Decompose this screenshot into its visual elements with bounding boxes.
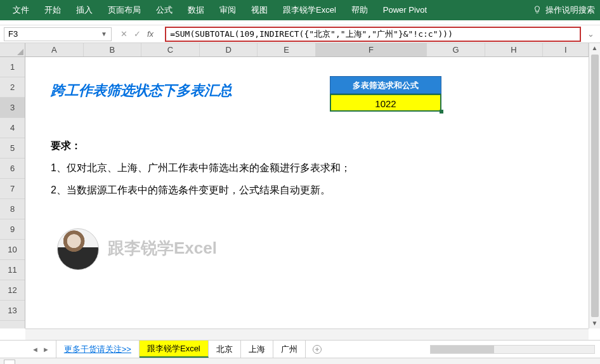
column-headers: ABCDEFGHI [25, 43, 589, 57]
col-header-B[interactable]: B [84, 43, 142, 56]
sheet-tab-link[interactable]: 更多干货请关注>> [56, 341, 140, 358]
tab-powerpivot[interactable]: Power Pivot [375, 0, 434, 20]
sheet-hscroll[interactable] [329, 341, 600, 358]
requirements-title: 要求： [51, 140, 81, 153]
row-header-6[interactable]: 6 [0, 159, 25, 179]
record-macro-icon[interactable] [4, 360, 15, 365]
row-headers: 12345678910111213 [0, 57, 25, 328]
ribbon-tabs: 文件 开始 插入 页面布局 公式 数据 审阅 视图 跟李锐学Excel 帮助 P… [0, 0, 600, 20]
formula-bar: F3 ▼ ✕ ✓ fx =SUM(SUBTOTAL(109,INDIRECT({… [0, 25, 600, 43]
col-header-E[interactable]: E [258, 43, 316, 56]
cells-area[interactable]: 跨工作表筛选状态下多表汇总 多表筛选求和公式 1022 要求： 1、仅对北京、上… [25, 57, 589, 328]
scroll-down-icon[interactable]: ▼ [592, 318, 598, 328]
col-header-G[interactable]: G [427, 43, 485, 56]
col-header-A[interactable]: A [25, 43, 84, 56]
cancel-icon[interactable]: ✕ [121, 29, 127, 39]
sheet-last-icon[interactable]: ► [42, 346, 49, 353]
formula-text: =SUM(SUBTOTAL(109,INDIRECT({"北京","上海","广… [170, 29, 453, 40]
fx-icon[interactable]: fx [147, 29, 153, 39]
tab-view[interactable]: 视图 [244, 0, 275, 20]
name-box-value: F3 [8, 29, 18, 39]
callout-header: 多表筛选求和公式 [330, 76, 441, 94]
col-header-H[interactable]: H [485, 43, 544, 56]
col-header-F[interactable]: F [316, 43, 427, 56]
col-header-I[interactable]: I [543, 43, 589, 56]
row-header-11[interactable]: 11 [0, 260, 25, 280]
confirm-icon[interactable]: ✓ [134, 29, 141, 39]
tab-help[interactable]: 帮助 [344, 0, 375, 20]
scroll-up-icon[interactable]: ▲ [592, 43, 598, 53]
sheet-tab-bar: ◄ ► 更多干货请关注>> 跟李锐学Excel 北京 上海 广州 [0, 340, 600, 358]
formula-expand-icon[interactable]: ⌄ [585, 29, 596, 39]
selected-cell[interactable]: 1022 [330, 94, 441, 112]
sheet-tab-beijing[interactable]: 北京 [209, 341, 241, 358]
vscroll-thumb[interactable] [591, 55, 599, 317]
chevron-down-icon[interactable]: ▼ [101, 30, 107, 37]
vertical-scrollbar[interactable]: ▲ ▼ [589, 43, 600, 328]
row-header-13[interactable]: 13 [0, 301, 25, 321]
tab-file[interactable]: 文件 [5, 0, 37, 20]
select-all-corner[interactable] [0, 43, 25, 57]
bulb-icon [533, 5, 542, 16]
requirement-1: 1、仅对北京、上海、广州工作表中筛选出来的金额进行多表求和； [51, 162, 351, 175]
col-header-D[interactable]: D [200, 43, 258, 56]
sheet-first-icon[interactable]: ◄ [32, 346, 39, 353]
tab-data[interactable]: 数据 [180, 0, 212, 20]
spreadsheet-grid: ABCDEFGHI 12345678910111213 跨工作表筛选状态下多表汇… [0, 43, 600, 340]
status-bar [0, 358, 600, 364]
sheet-tab-guangzhou[interactable]: 广州 [273, 341, 306, 358]
row-header-1[interactable]: 1 [0, 57, 25, 77]
row-header-3[interactable]: 3 [0, 98, 25, 118]
add-sheet-button[interactable] [306, 341, 329, 358]
row-header-12[interactable]: 12 [0, 280, 25, 301]
tab-custom[interactable]: 跟李锐学Excel [275, 0, 344, 20]
row-header-8[interactable]: 8 [0, 199, 25, 219]
row-header-5[interactable]: 5 [0, 138, 25, 159]
row-header-4[interactable]: 4 [0, 118, 25, 138]
horizontal-scrollbar-area [25, 328, 589, 340]
tell-me-search[interactable]: 操作说明搜索 [545, 4, 595, 16]
sheet-title: 跨工作表筛选状态下多表汇总 [51, 81, 232, 100]
tab-home[interactable]: 开始 [37, 0, 68, 20]
sheet-nav[interactable]: ◄ ► [25, 341, 56, 358]
row-header-9[interactable]: 9 [0, 219, 25, 240]
hscroll-thumb[interactable] [431, 346, 494, 353]
formula-input[interactable]: =SUM(SUBTOTAL(109,INDIRECT({"北京","上海","广… [165, 27, 581, 42]
sheet-tab-shanghai[interactable]: 上海 [241, 341, 273, 358]
avatar [57, 228, 99, 270]
requirement-2: 2、当数据源工作表中的筛选条件变更时，公式结果自动更新。 [51, 184, 330, 197]
watermark: 跟李锐学Excel [108, 237, 217, 259]
tab-review[interactable]: 审阅 [212, 0, 244, 20]
tab-layout[interactable]: 页面布局 [100, 0, 148, 20]
row-header-7[interactable]: 7 [0, 179, 25, 199]
row-header-10[interactable]: 10 [0, 240, 25, 260]
name-box[interactable]: F3 ▼ [4, 27, 112, 41]
row-header-2[interactable]: 2 [0, 77, 25, 98]
col-header-C[interactable]: C [141, 43, 200, 56]
sheet-tab-active[interactable]: 跟李锐学Excel [140, 341, 209, 358]
tab-formulas[interactable]: 公式 [148, 0, 180, 20]
tab-insert[interactable]: 插入 [68, 0, 100, 20]
